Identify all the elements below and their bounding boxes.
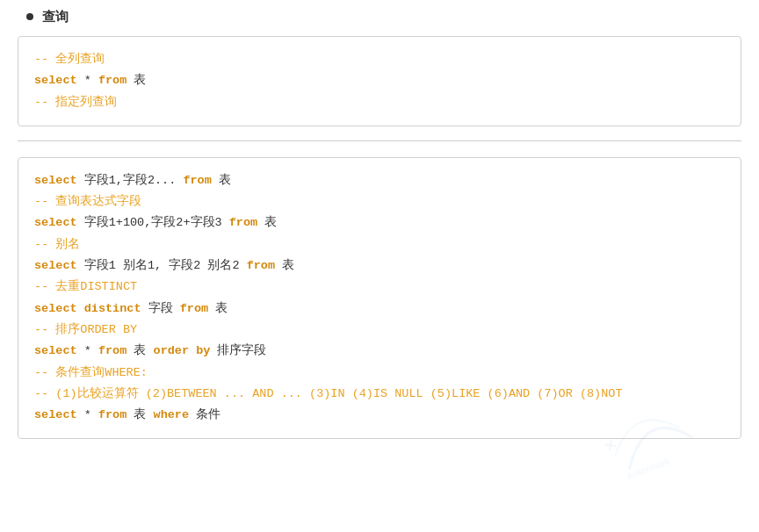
cn-table3: 表 — [257, 216, 277, 229]
cn-fields2: 字段1+100,字段2+字段3 — [77, 216, 229, 229]
comment-orderby: -- 排序ORDER BY — [34, 323, 137, 336]
kw-from3: from — [229, 216, 257, 229]
svg-text:watermark: watermark — [625, 456, 672, 463]
kw-select7: select — [34, 408, 77, 421]
kw-from4: from — [247, 259, 275, 272]
cn-star3: * — [77, 408, 98, 421]
cn-table5: 表 — [208, 302, 228, 315]
section1-label: 查询 — [42, 9, 69, 25]
kw-select3: select — [34, 216, 77, 229]
section1-code-block: -- 全列查询 select * from 表 -- 指定列查询 — [18, 36, 741, 126]
cn-table4: 表 — [275, 259, 294, 272]
comment-full-query: -- 全列查询 — [34, 53, 105, 66]
cn-fields1: 字段1,字段2... — [77, 174, 184, 187]
kw-from7: from — [98, 408, 126, 421]
cn-distinct — [77, 302, 84, 315]
kw-from5: from — [180, 302, 208, 315]
comment-expr: -- 查询表达式字段 — [34, 195, 141, 208]
kw-from2: from — [183, 174, 211, 187]
kw-select1: select — [34, 74, 77, 87]
section2-code-block: select 字段1,字段2... from 表 -- 查询表达式字段 sele… — [18, 157, 741, 440]
kw-from6: from — [98, 344, 126, 357]
comment-where: -- 条件查询WHERE: — [34, 366, 148, 379]
cn-fields3: 字段1 别名1, 字段2 别名2 — [77, 259, 247, 272]
cn-sortfield: 排序字段 — [210, 344, 266, 357]
kw-where: where — [154, 408, 190, 421]
kw-distinct: distinct — [84, 302, 141, 315]
kw-from1: from — [98, 74, 126, 87]
cn-star2: * — [77, 344, 98, 357]
cn-table2: 表 — [212, 174, 231, 187]
section-divider — [18, 140, 741, 141]
comment-col-query: -- 指定列查询 — [34, 96, 117, 109]
cn-condition: 条件 — [189, 408, 220, 421]
kw-select6: select — [34, 344, 77, 357]
section2: select 字段1,字段2... from 表 -- 查询表达式字段 sele… — [18, 157, 741, 440]
bullet-dot — [26, 13, 33, 20]
cn-table6: 表 — [126, 344, 153, 357]
cn-field4: 字段 — [141, 302, 180, 315]
kw-select2: select — [34, 174, 77, 187]
comment-distinct: -- 去重DISTINCT — [34, 280, 137, 293]
comment-alias: -- 别名 — [34, 238, 80, 251]
section1-bullet: 查询 — [18, 9, 741, 25]
cn-star1: * — [77, 74, 98, 87]
cn-table1: 表 — [126, 74, 146, 87]
comment-operators: -- (1)比较运算符 (2)BETWEEN ... AND ... (3)IN… — [34, 387, 623, 400]
kw-order: order by — [154, 344, 211, 357]
kw-select5: select — [34, 302, 77, 315]
cn-table7: 表 — [126, 408, 153, 421]
kw-select4: select — [34, 259, 77, 272]
